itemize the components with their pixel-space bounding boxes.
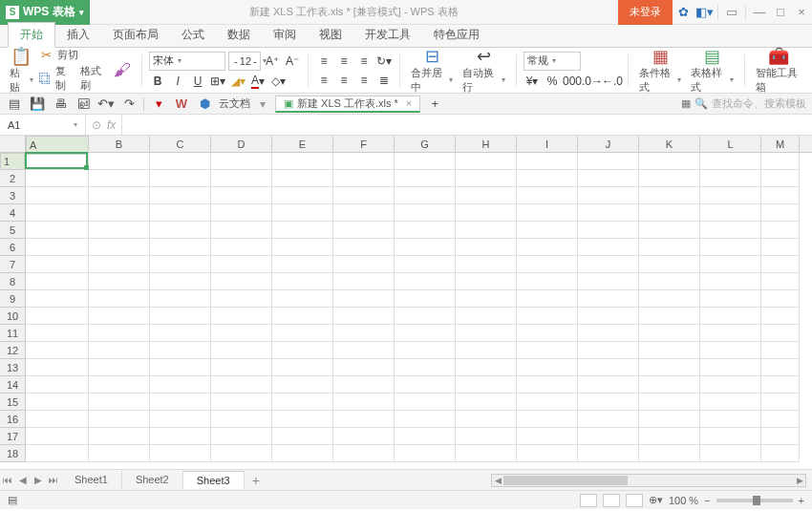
cell[interactable] <box>639 445 700 462</box>
cell[interactable] <box>333 204 395 222</box>
cell[interactable] <box>456 308 517 325</box>
cell[interactable] <box>89 325 150 342</box>
cell[interactable] <box>578 222 639 239</box>
cell[interactable] <box>578 308 639 325</box>
cell[interactable] <box>26 256 89 273</box>
cell[interactable] <box>272 325 333 342</box>
cell[interactable] <box>639 428 700 445</box>
cell[interactable] <box>89 290 150 308</box>
cell[interactable] <box>639 411 700 428</box>
cell[interactable] <box>211 239 272 256</box>
cell[interactable] <box>639 204 700 222</box>
horizontal-scrollbar[interactable]: ◀ ▶ <box>491 474 806 487</box>
col-header[interactable]: M <box>761 136 800 152</box>
cell[interactable] <box>700 376 761 394</box>
tab-developer[interactable]: 开发工具 <box>353 23 422 47</box>
col-header[interactable]: E <box>272 136 333 152</box>
cell[interactable] <box>333 222 395 239</box>
cell[interactable] <box>395 290 456 308</box>
currency-button[interactable]: ¥▾ <box>524 73 541 90</box>
cell[interactable] <box>26 170 89 187</box>
cell[interactable] <box>26 273 89 290</box>
cell[interactable] <box>395 308 456 325</box>
row-header[interactable]: 1 <box>0 153 25 170</box>
format-painter-button[interactable]: 🖌 <box>110 50 135 92</box>
clear-format-button[interactable]: ◇▾ <box>269 73 287 90</box>
cell[interactable] <box>150 445 211 462</box>
inc-decimal-button[interactable]: .0→ <box>584 73 601 90</box>
cell[interactable] <box>639 239 700 256</box>
cell[interactable] <box>333 239 395 256</box>
cell[interactable] <box>700 411 761 428</box>
cell[interactable] <box>150 342 211 359</box>
cell[interactable] <box>700 187 761 204</box>
cell[interactable] <box>272 204 333 222</box>
cell[interactable] <box>700 342 761 359</box>
cell[interactable] <box>333 359 395 376</box>
cell[interactable] <box>639 170 700 187</box>
toolbox-button[interactable]: 🧰 智能工具箱 <box>752 50 806 92</box>
cell[interactable] <box>89 273 150 290</box>
cell[interactable] <box>639 187 700 204</box>
cell[interactable] <box>272 290 333 308</box>
redo-icon[interactable]: ↷ <box>120 96 138 111</box>
tab-insert[interactable]: 插入 <box>55 23 101 47</box>
cell[interactable] <box>333 325 395 342</box>
cell[interactable] <box>761 153 800 170</box>
cell[interactable] <box>211 204 272 222</box>
cell[interactable] <box>26 394 89 411</box>
cell[interactable] <box>333 256 395 273</box>
new-doc-button[interactable]: + <box>426 96 443 111</box>
cell[interactable] <box>211 273 272 290</box>
scroll-left-icon[interactable]: ◀ <box>492 475 503 486</box>
login-button[interactable]: 未登录 <box>618 0 673 25</box>
cell[interactable] <box>272 308 333 325</box>
cell[interactable] <box>517 359 578 376</box>
cell[interactable] <box>456 222 517 239</box>
cell[interactable] <box>150 411 211 428</box>
minimize-button[interactable]: — <box>749 0 770 25</box>
cell[interactable] <box>456 256 517 273</box>
cell[interactable] <box>700 239 761 256</box>
cell[interactable] <box>456 273 517 290</box>
decrease-font-button[interactable]: A⁻ <box>284 53 301 70</box>
col-header[interactable]: J <box>578 136 639 152</box>
cell[interactable] <box>761 290 800 308</box>
tab-page-layout[interactable]: 页面布局 <box>101 23 170 47</box>
row-header[interactable]: 18 <box>0 445 25 462</box>
cell[interactable] <box>211 325 272 342</box>
cell[interactable] <box>333 273 395 290</box>
cell[interactable] <box>150 308 211 325</box>
cell[interactable] <box>761 394 800 411</box>
format-painter-label[interactable]: 格式刷 <box>80 64 108 93</box>
cell[interactable] <box>517 239 578 256</box>
search-icon[interactable]: 🔍 <box>694 97 708 110</box>
cell[interactable] <box>333 290 395 308</box>
cell[interactable] <box>26 325 89 342</box>
sync-icon[interactable]: ✿ <box>673 0 694 25</box>
cell[interactable] <box>272 376 333 394</box>
cell[interactable] <box>150 187 211 204</box>
tab-formulas[interactable]: 公式 <box>170 23 216 47</box>
cell[interactable] <box>26 376 89 394</box>
cell[interactable] <box>578 170 639 187</box>
cell[interactable] <box>333 428 395 445</box>
cells-area[interactable] <box>26 153 812 469</box>
cell[interactable] <box>700 445 761 462</box>
cell[interactable] <box>272 428 333 445</box>
cell[interactable] <box>639 308 700 325</box>
cell[interactable] <box>150 290 211 308</box>
cell[interactable] <box>26 290 89 308</box>
cell[interactable] <box>395 222 456 239</box>
tab-data[interactable]: 数据 <box>216 23 262 47</box>
cell[interactable] <box>272 394 333 411</box>
merge-center-button[interactable]: ⊟ 合并居中▾ <box>407 50 458 92</box>
zoom-out-button[interactable]: − <box>704 495 710 506</box>
border-button[interactable]: ⊞▾ <box>209 73 226 90</box>
row-header[interactable]: 16 <box>0 411 25 428</box>
scroll-thumb[interactable] <box>503 476 628 485</box>
cell[interactable] <box>89 239 150 256</box>
cell[interactable] <box>333 376 395 394</box>
col-header[interactable]: K <box>639 136 700 152</box>
cell[interactable] <box>517 290 578 308</box>
